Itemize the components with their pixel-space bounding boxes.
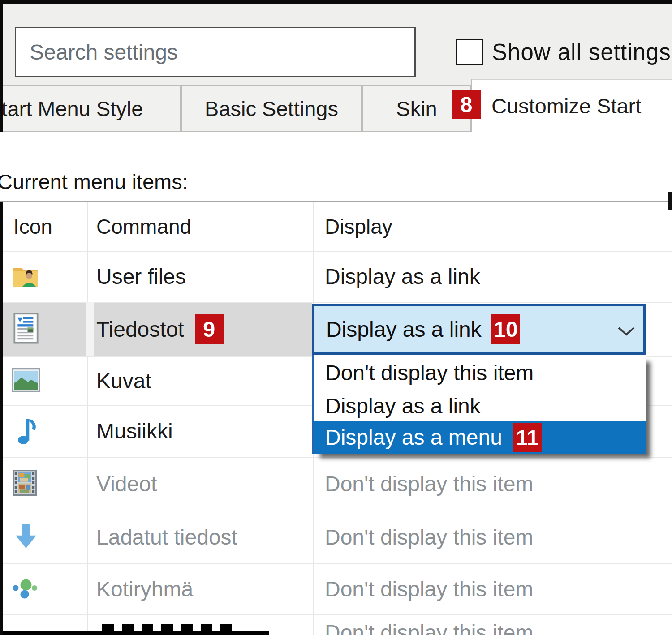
table-row-display-value[interactable]: Don't display this item: [325, 457, 533, 511]
cropped-scrollbar-fragment: [668, 192, 672, 210]
tab-start-menu-style[interactable]: Start Menu Style: [0, 85, 181, 131]
section-label: Current menu items:: [0, 169, 188, 194]
table-row-display-value[interactable]: Don't display this item: [325, 511, 533, 563]
column-header-display[interactable]: Display: [325, 202, 392, 251]
table-row-command[interactable]: Ladatut tiedost: [96, 511, 237, 563]
table-row-command[interactable]: User files: [96, 251, 186, 302]
crop-frame-top: [0, 0, 672, 4]
documents-icon: [13, 313, 39, 344]
selected-row-column-gap: [86, 302, 94, 356]
column-divider-icon-command: [87, 202, 88, 635]
videos-icon: [13, 470, 37, 496]
tab-customize-start[interactable]: Customize Start: [471, 79, 672, 132]
column-header-icon[interactable]: Icon: [13, 202, 52, 251]
table-row-display-value[interactable]: Don't display this item: [325, 563, 533, 614]
display-combobox[interactable]: Display as a link 10: [312, 304, 646, 355]
table-row-command-label: Tiedostot: [96, 317, 184, 342]
step-badge-8: 8: [452, 90, 481, 119]
show-all-settings-checkbox[interactable]: [456, 39, 483, 65]
cut-off-row-display-value: Don't display this item: [325, 620, 533, 635]
show-all-settings-label: Show all settings: [492, 39, 672, 65]
dropdown-option-dont-display[interactable]: Don't display this item: [314, 355, 646, 390]
homegroup-icon: [12, 576, 39, 601]
tabstrip-bottom-divider: [0, 131, 471, 132]
table-row-command[interactable]: Musiikki: [96, 405, 173, 457]
display-combobox-dropdown: Don't display this item Display as a lin…: [312, 355, 646, 454]
crop-frame-left: [0, 4, 3, 132]
row-divider: [3, 614, 672, 615]
pictures-icon: [12, 368, 40, 392]
cut-off-row-bar-fragment: [0, 631, 269, 635]
cut-off-row-text-fragment: [102, 624, 234, 631]
user-files-icon: [12, 263, 39, 290]
dropdown-option-display-as-menu[interactable]: Display as a menu 11: [314, 421, 646, 454]
downloads-icon: [14, 522, 38, 550]
column-header-command[interactable]: Command: [96, 202, 191, 251]
table-row-command[interactable]: Kuvat: [96, 356, 151, 405]
music-icon: [16, 416, 39, 445]
table-row-command[interactable]: Tiedostot 9: [96, 302, 224, 356]
tab-basic-settings[interactable]: Basic Settings: [181, 85, 362, 131]
dropdown-option-display-as-link[interactable]: Display as a link: [314, 390, 646, 421]
table-left-border: [0, 202, 3, 635]
display-combobox-value: Display as a link: [326, 317, 482, 342]
search-input[interactable]: [15, 27, 416, 77]
column-divider-right: [646, 202, 646, 635]
step-badge-10: 10: [491, 314, 520, 344]
chevron-down-icon: [617, 317, 635, 342]
table-row-command[interactable]: Kotiryhmä: [96, 563, 193, 614]
step-badge-11: 11: [513, 423, 542, 452]
tab-customize-start-label: Customize Start: [491, 94, 641, 118]
table-row-display-value[interactable]: Display as a link: [325, 251, 480, 302]
table-row-command[interactable]: Videot: [96, 457, 157, 511]
step-badge-9: 9: [195, 314, 224, 344]
dropdown-option-label: Display as a menu: [325, 425, 502, 450]
